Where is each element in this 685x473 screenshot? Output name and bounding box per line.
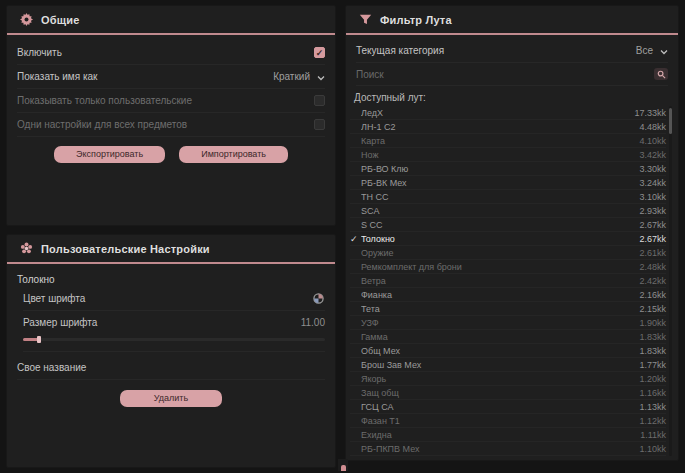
name-mode-label: Показать имя как: [17, 71, 97, 82]
search-input[interactable]: [356, 69, 654, 80]
loot-item-name: ТН СС: [361, 192, 639, 202]
available-loot-label: Доступный лут:: [354, 92, 670, 103]
loot-item-row[interactable]: SCA2.93kk: [350, 204, 666, 218]
loot-item-name: Фианка: [361, 290, 639, 300]
loot-item-value: 2.15kk: [639, 304, 666, 314]
slider-handle[interactable]: [37, 336, 41, 343]
search-icon[interactable]: [654, 68, 668, 80]
loot-item-value: 3.10kk: [639, 192, 666, 202]
same-settings-checkbox[interactable]: [314, 119, 325, 130]
loot-item-name: Оружие: [361, 248, 639, 258]
loot-item-name: РБ-ВК Мех: [361, 178, 639, 188]
same-settings-label: Одни настройки для всех предметов: [17, 119, 187, 130]
loot-item-name: РБ-ПКПВ Мех: [361, 444, 639, 454]
mod-settings-window: Общие Включить ✓ Показать имя как Кратки…: [0, 0, 685, 473]
loot-item-row[interactable]: ✓Толокно2.67kk: [350, 232, 666, 246]
loot-item-row[interactable]: Гамма1.83kk: [350, 330, 666, 344]
name-mode-dropdown[interactable]: Краткий: [273, 71, 325, 82]
loot-item-name: ЛедХ: [361, 108, 634, 118]
loot-item-row[interactable]: Защ общ1.16kk: [350, 386, 666, 400]
loot-item-value: 1.77kk: [639, 360, 666, 370]
loot-item-value: 3.24kk: [639, 178, 666, 188]
loot-item-row[interactable]: ЛН-1 С24.48kk: [350, 120, 666, 134]
loot-item-value: 1.90kk: [639, 318, 666, 328]
loot-item-name: Нож: [361, 150, 639, 160]
enable-checkbox[interactable]: ✓: [314, 47, 325, 58]
loot-item-value: 1.16kk: [639, 388, 666, 398]
resize-handle-icon[interactable]: [338, 459, 348, 471]
loot-item-name: ГСЦ СА: [361, 402, 639, 412]
custom-settings-panel: Пользовательские Настройки Толокно Цвет …: [6, 234, 336, 468]
loot-item-value: 2.93kk: [639, 206, 666, 216]
loot-item-name: РБ-ВО Клю: [361, 164, 639, 174]
name-mode-value: Краткий: [273, 71, 310, 82]
loot-item-row[interactable]: Якорь1.20kk: [350, 372, 666, 386]
category-dropdown[interactable]: Все: [636, 45, 668, 56]
export-button[interactable]: Экспортировать: [54, 146, 165, 163]
loot-item-name: Тета: [361, 304, 639, 314]
loot-item-name: ЛН-1 С2: [361, 122, 639, 132]
loot-item-value: 1.12kk: [639, 416, 666, 426]
loot-item-row[interactable]: Ехидна1.11kk: [350, 428, 666, 442]
loot-item-row[interactable]: УЗФ1.90kk: [350, 316, 666, 330]
font-size-label: Размер шрифта: [23, 317, 97, 328]
loot-item-name: Ветра: [361, 276, 639, 286]
scrollbar[interactable]: [669, 106, 672, 456]
enable-label: Включить: [17, 47, 62, 58]
loot-filter-title: Фильтр Лута: [380, 14, 452, 26]
import-button[interactable]: Импортировать: [179, 146, 288, 163]
loot-item-name: Ехидна: [361, 430, 640, 440]
general-panel-title: Общие: [41, 14, 80, 26]
loot-item-row[interactable]: РБ-ВК Мех3.24kk: [350, 176, 666, 190]
loot-item-row[interactable]: Нож3.42kk: [350, 148, 666, 162]
loot-item-row[interactable]: Ремкомплект для брони2.48kk: [350, 260, 666, 274]
loot-item-name: Гамма: [361, 332, 639, 342]
loot-item-row[interactable]: Фианка2.16kk: [350, 288, 666, 302]
setting-row-only-custom: Показывать только пользовательские: [17, 89, 325, 113]
category-value: Все: [636, 45, 653, 56]
loot-item-row[interactable]: Ветра2.42kk: [350, 274, 666, 288]
loot-item-row[interactable]: РБ-ВО Клю3.30kk: [350, 162, 666, 176]
general-panel: Общие Включить ✓ Показать имя как Кратки…: [6, 5, 336, 226]
loot-item-value: 1.13kk: [639, 402, 666, 412]
only-custom-checkbox[interactable]: [314, 95, 325, 106]
loot-item-value: 2.48kk: [639, 262, 666, 272]
font-size-slider[interactable]: [23, 336, 325, 352]
general-panel-header: Общие: [7, 6, 335, 35]
color-wheel-icon[interactable]: [311, 292, 325, 306]
loot-item-row[interactable]: ТН СС3.10kk: [350, 190, 666, 204]
loot-item-row[interactable]: Фазан Т11.12kk: [350, 414, 666, 428]
loot-item-row[interactable]: S СС2.67kk: [350, 218, 666, 232]
loot-item-name: Фазан Т1: [361, 416, 639, 426]
loot-item-value: 17.33kk: [634, 108, 666, 118]
selected-check-icon: ✓: [350, 234, 361, 244]
loot-item-row[interactable]: РБ-ПКПВ Мех1.10kk: [350, 442, 666, 456]
funnel-icon: [358, 13, 372, 27]
scrollbar-handle[interactable]: [669, 108, 672, 134]
gear-icon: [19, 13, 33, 27]
loot-item-value: 3.42kk: [639, 150, 666, 160]
chevron-down-icon: [317, 73, 325, 81]
loot-item-name: SCA: [361, 206, 639, 216]
loot-item-value: 2.67kk: [639, 234, 666, 244]
loot-item-value: 2.42kk: [639, 276, 666, 286]
custom-name-row[interactable]: Свое название: [17, 356, 325, 380]
loot-item-row[interactable]: ГСЦ СА1.13kk: [350, 400, 666, 414]
setting-row-enable: Включить ✓: [17, 41, 325, 65]
search-row: [356, 63, 668, 86]
flower-icon: [19, 242, 33, 256]
loot-item-row[interactable]: Тета2.15kk: [350, 302, 666, 316]
loot-item-row[interactable]: Общ Мех1.83kk: [350, 344, 666, 358]
loot-item-value: 1.83kk: [639, 332, 666, 342]
loot-item-row[interactable]: Брош Зав Мех1.77kk: [350, 358, 666, 372]
loot-item-value: 2.16kk: [639, 290, 666, 300]
loot-item-row[interactable]: Карта4.10kk: [350, 134, 666, 148]
category-label: Текущая категория: [356, 45, 444, 56]
loot-item-row[interactable]: ЛедХ17.33kk: [350, 106, 666, 120]
category-row: Текущая категория Все: [356, 39, 668, 63]
edited-item-name: Толокно: [17, 274, 325, 285]
delete-button[interactable]: Удалить: [120, 390, 222, 407]
loot-item-row[interactable]: Оружие2.61kk: [350, 246, 666, 260]
loot-filter-header: Фильтр Лута: [346, 6, 678, 35]
loot-item-value: 2.67kk: [639, 220, 666, 230]
